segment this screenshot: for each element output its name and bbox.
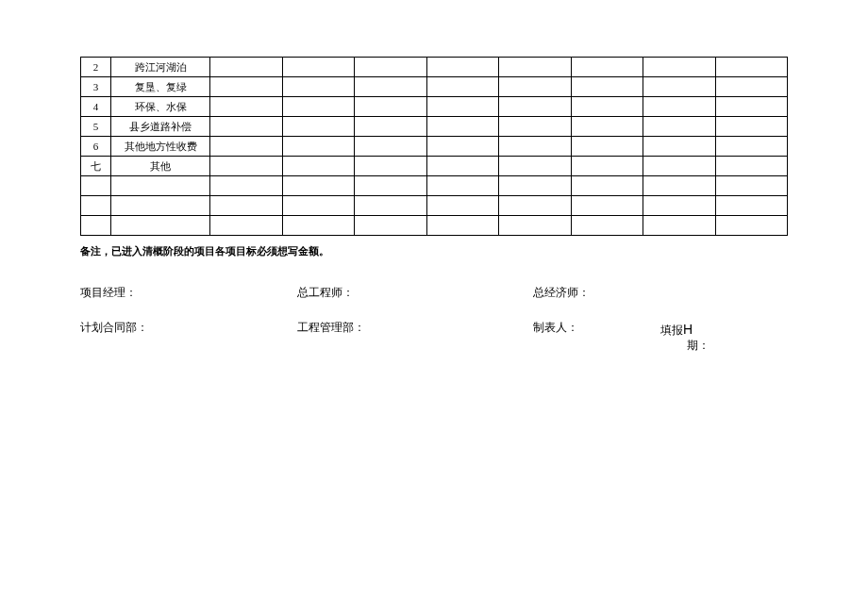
cell-data [355,176,427,196]
cell-data [355,157,427,176]
empty-cell [660,285,788,301]
fill-suffix: 期： [687,338,788,354]
chief-economist-label: 总经济师： [533,285,660,301]
table-row: 2 跨江河湖泊 [81,58,788,77]
table-row: 4 环保、水保 [81,97,788,117]
cell-data [571,97,643,117]
cell-data [210,97,283,117]
cell-data [210,58,283,77]
cell-data [210,117,283,137]
cell-data [499,137,572,157]
cell-data [210,77,283,97]
cell-item: 环保、水保 [111,97,210,117]
cell-data [355,97,427,117]
cell-data [210,176,283,196]
cell-data [571,137,643,157]
cell-data [499,176,572,196]
cell-item: 其他 [111,157,210,176]
cell-data [715,157,788,176]
cell-data [499,117,572,137]
fill-date-label: 填报H 期： [660,320,788,354]
cell-data [426,58,499,77]
cell-data [499,77,572,97]
cell-data [282,77,355,97]
cell-item: 跨江河湖泊 [111,58,210,77]
table-row: 七 其他 [81,157,788,176]
cell-data [426,77,499,97]
cell-idx: 3 [81,77,111,97]
cell-data [715,216,788,236]
cell-item [111,196,210,216]
table-body: 2 跨江河湖泊 3 复垦、复绿 4 环保、水保 [81,58,788,236]
cell-data [643,176,716,196]
table-row [81,176,788,196]
cell-data [426,137,499,157]
data-table: 2 跨江河湖泊 3 复垦、复绿 4 环保、水保 [80,57,788,236]
cell-data [426,157,499,176]
cell-data [282,117,355,137]
cell-data [715,117,788,137]
cell-idx [81,216,111,236]
table-row: 5 县乡道路补偿 [81,117,788,137]
signature-row-1: 项目经理： 总工程师： 总经济师： [80,285,788,301]
cell-idx [81,196,111,216]
cell-data [571,117,643,137]
cell-data [355,58,427,77]
cell-data [643,157,716,176]
cell-data [426,176,499,196]
cell-data [282,157,355,176]
chief-engineer-label: 总工程师： [297,285,533,301]
cell-item: 县乡道路补偿 [111,117,210,137]
cell-data [643,137,716,157]
cell-data [571,157,643,176]
cell-item: 其他地方性收费 [111,137,210,157]
cell-data [426,196,499,216]
cell-data [282,176,355,196]
cell-data [499,216,572,236]
cell-data [210,196,283,216]
cell-data [282,58,355,77]
table-row [81,196,788,216]
cell-item: 复垦、复绿 [111,77,210,97]
cell-data [282,216,355,236]
cell-data [499,157,572,176]
cell-data [643,97,716,117]
cell-data [643,77,716,97]
signature-area: 项目经理： 总工程师： 总经济师： 计划合同部： 工程管理部： 制表人： 填报H… [80,285,788,354]
cell-idx: 5 [81,117,111,137]
cell-data [715,137,788,157]
cell-data [643,117,716,137]
cell-data [355,77,427,97]
cell-idx: 4 [81,97,111,117]
cell-data [355,117,427,137]
fill-prefix: 填报 [660,324,683,337]
signature-row-2: 计划合同部： 工程管理部： 制表人： 填报H 期： [80,320,788,354]
table-row: 6 其他地方性收费 [81,137,788,157]
cell-data [643,58,716,77]
note-text: 备注，已进入清概阶段的项目各项目标必须想写金额。 [80,243,788,260]
cell-data [210,157,283,176]
cell-data [355,137,427,157]
cell-idx: 七 [81,157,111,176]
cell-data [499,97,572,117]
cell-data [426,216,499,236]
cell-data [571,77,643,97]
fill-big-h: H [683,322,693,337]
preparer-label: 制表人： [533,320,660,354]
cell-data [715,97,788,117]
cell-data [571,216,643,236]
cell-data [282,137,355,157]
cell-data [355,216,427,236]
cell-data [426,97,499,117]
cell-data [571,196,643,216]
cell-data [426,117,499,137]
cell-data [210,137,283,157]
cell-data [715,58,788,77]
cell-data [715,77,788,97]
cell-data [571,58,643,77]
project-manager-label: 项目经理： [80,285,297,301]
cell-data [715,196,788,216]
cell-idx [81,176,111,196]
table-row: 3 复垦、复绿 [81,77,788,97]
cell-idx: 6 [81,137,111,157]
